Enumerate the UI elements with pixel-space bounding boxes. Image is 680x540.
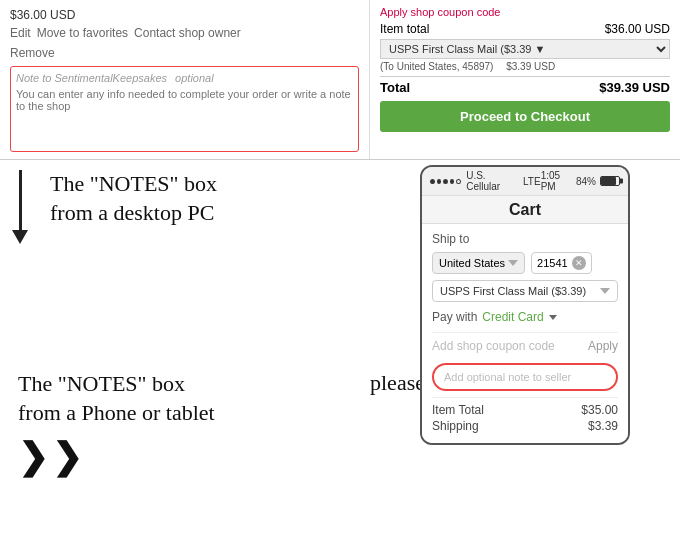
checkout-button[interactable]: Proceed to Checkout (380, 101, 670, 132)
totals-section: Item Total $35.00 Shipping $3.39 (432, 397, 618, 433)
chevron-right-2-icon: ❯ (52, 439, 82, 475)
shipping-chevron-icon (600, 288, 610, 294)
cart-header: Cart (422, 196, 628, 224)
signal-indicator: U.S. Cellular LTE (430, 170, 541, 192)
phone-status-bar: U.S. Cellular LTE 1:05 PM 84% (422, 167, 628, 196)
total-row: Total $39.39 USD (380, 76, 670, 95)
pay-with-row: Pay with Credit Card (432, 310, 618, 324)
apply-coupon-button[interactable]: Apply (588, 339, 618, 353)
status-right: 84% (576, 176, 620, 187)
pay-with-label: Pay with (432, 310, 477, 324)
signal-dot-5 (456, 179, 461, 184)
shipping-method-row[interactable]: USPS First Class Mail ($3.39) (432, 280, 618, 302)
total-label: Total (380, 80, 410, 95)
country-value: United States (439, 257, 505, 269)
notes-label: Note to SentimentalKeepsakes optional (16, 72, 353, 84)
double-arrow: ❯ ❯ (18, 439, 360, 475)
desktop-cart-panel: Apply shop coupon code Item total $36.00… (370, 0, 680, 159)
total-value: $39.39 USD (599, 80, 670, 95)
item-total-row: Item total $36.00 USD (380, 22, 670, 36)
country-chevron-icon (508, 260, 518, 266)
notes-box-wrapper: Note to SentimentalKeepsakes optional (10, 66, 359, 152)
phone-item-total-label: Item Total (432, 403, 484, 417)
signal-dot-1 (430, 179, 435, 184)
item-total-label: Item total (380, 22, 429, 36)
edit-link[interactable]: Edit (10, 26, 31, 40)
signal-dot-3 (443, 179, 448, 184)
annotation-section: The "NOTES" box from a desktop PC U.S. C… (0, 160, 680, 360)
network-label: LTE (523, 176, 541, 187)
clear-zip-button[interactable]: ✕ (572, 256, 586, 270)
battery-percent: 84% (576, 176, 596, 187)
coupon-row: Add shop coupon code Apply (432, 332, 618, 359)
shipping-method-label: USPS First Class Mail ($3.39) (440, 285, 586, 297)
arrow-up-left (12, 170, 28, 260)
battery-icon (600, 176, 620, 186)
signal-dot-2 (437, 179, 442, 184)
pay-with-chevron-icon (549, 315, 557, 320)
zip-input-wrapper: 21541 ✕ (531, 252, 592, 274)
chevron-right-1-icon: ❯ (18, 439, 48, 475)
ship-to-row: United States 21541 ✕ (432, 252, 618, 274)
item-actions: Edit Move to favorites Contact shop owne… (10, 26, 359, 40)
move-to-favorites-link[interactable]: Move to favorites (37, 26, 128, 40)
contact-shop-owner-link[interactable]: Contact shop owner (134, 26, 241, 40)
phone-shipping-row: Shipping $3.39 (432, 419, 618, 433)
phone-item-total-row: Item Total $35.00 (432, 403, 618, 417)
phone-body: Ship to United States 21541 ✕ USPS First… (422, 224, 628, 443)
phone-panel: U.S. Cellular LTE 1:05 PM 84% Cart Ship … (370, 160, 680, 360)
note-seller-wrapper[interactable]: Add optional note to seller (432, 363, 618, 391)
shipping-select[interactable]: USPS First Class Mail ($3.39 ▼ (380, 39, 670, 59)
carrier-label: U.S. Cellular (466, 170, 518, 192)
note-seller-input[interactable]: Add optional note to seller (444, 371, 571, 383)
notes-textarea[interactable] (16, 88, 353, 143)
status-time: 1:05 PM (541, 170, 576, 192)
country-selector[interactable]: United States (432, 252, 525, 274)
zip-value[interactable]: 21541 (537, 257, 568, 269)
phone-annotation-text: The "NOTES" box from a Phone or tablet (18, 370, 360, 427)
desktop-annotation: The "NOTES" box from a desktop PC (0, 160, 370, 360)
remove-link[interactable]: Remove (10, 46, 55, 60)
pay-with-value[interactable]: Credit Card (482, 310, 543, 324)
coupon-placeholder[interactable]: Add shop coupon code (432, 339, 555, 353)
apply-coupon-link[interactable]: Apply shop coupon code (380, 6, 670, 18)
signal-dot-4 (450, 179, 455, 184)
phone-shipping-value: $3.39 (588, 419, 618, 433)
battery-fill (601, 177, 616, 185)
phone-mockup: U.S. Cellular LTE 1:05 PM 84% Cart Ship … (420, 165, 630, 445)
item-price: $36.00 USD (10, 8, 359, 22)
desktop-annotation-text: The "NOTES" box from a desktop PC (50, 170, 360, 227)
desktop-notes-panel: $36.00 USD Edit Move to favorites Contac… (0, 0, 370, 159)
item-total-value: $36.00 USD (605, 22, 670, 36)
phone-annotation: The "NOTES" box from a Phone or tablet ❯… (0, 360, 370, 540)
phone-item-total-value: $35.00 (581, 403, 618, 417)
phone-shipping-label: Shipping (432, 419, 479, 433)
desktop-section: $36.00 USD Edit Move to favorites Contac… (0, 0, 680, 160)
shipping-note: (To United States, 45897) $3.39 USD (380, 61, 670, 72)
ship-to-label: Ship to (432, 232, 618, 246)
